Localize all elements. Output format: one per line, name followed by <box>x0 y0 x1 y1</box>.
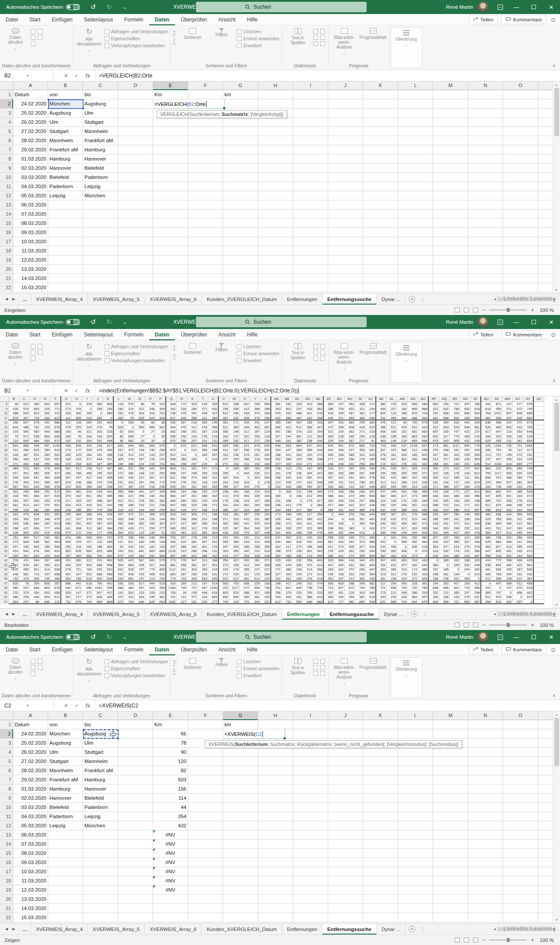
cell[interactable]: 512 <box>72 466 82 471</box>
cell[interactable] <box>118 821 153 830</box>
cell[interactable]: 508 <box>124 522 135 526</box>
cell[interactable]: 0 <box>408 549 418 554</box>
cell[interactable]: 409 <box>366 512 376 517</box>
cell[interactable]: 388 <box>240 591 250 595</box>
cell[interactable] <box>363 265 398 274</box>
cell[interactable]: 600 <box>376 411 387 416</box>
cell[interactable]: 276 <box>397 462 408 467</box>
cell[interactable]: 0 <box>208 462 219 467</box>
cell[interactable]: 0 <box>219 466 229 471</box>
cell[interactable]: 663 <box>124 563 135 568</box>
cell[interactable]: 362 <box>418 536 429 540</box>
cell[interactable] <box>363 256 398 265</box>
cell[interactable] <box>188 228 223 237</box>
from-web-icon[interactable] <box>31 350 35 355</box>
cell[interactable]: 374 <box>450 522 460 526</box>
cell[interactable]: 338 <box>271 476 282 480</box>
cell[interactable]: 451 <box>19 471 30 476</box>
cell[interactable]: 298 <box>219 490 229 494</box>
cell[interactable]: 551 <box>166 517 177 522</box>
cell[interactable]: 421 <box>282 425 292 430</box>
cell[interactable]: 305 <box>324 453 334 458</box>
cell[interactable]: 422 <box>387 563 397 568</box>
cell[interactable]: 382 <box>219 476 229 480</box>
cell[interactable]: 12.03.2020 <box>13 256 48 265</box>
cell[interactable]: 399 <box>40 549 51 554</box>
cell[interactable]: 271 <box>208 466 219 471</box>
column-header[interactable]: S <box>187 396 198 402</box>
cell[interactable]: 670 <box>177 444 187 448</box>
cell[interactable]: 244 <box>450 462 460 467</box>
cell[interactable] <box>293 840 328 849</box>
cell[interactable] <box>534 453 544 458</box>
cell[interactable]: 207 <box>82 540 93 545</box>
cell[interactable]: 401 <box>187 494 198 499</box>
cell[interactable]: 289 <box>177 581 187 586</box>
cell[interactable]: 464 <box>376 407 387 412</box>
save-icon[interactable] <box>69 0 84 14</box>
cell[interactable]: 753 <box>229 581 240 586</box>
cell[interactable]: 920 <box>166 581 177 586</box>
cell[interactable]: 560 <box>30 430 40 434</box>
cell[interactable]: 381 <box>355 595 366 600</box>
sheet-tab-xverweis-array-6[interactable]: XVERWEIS_Array_6 <box>145 609 202 620</box>
cell[interactable]: 608 <box>429 600 439 605</box>
cell[interactable]: 461 <box>282 577 292 581</box>
row-header[interactable]: 15 <box>0 219 13 228</box>
cell[interactable]: 421 <box>19 526 30 531</box>
cell[interactable]: 213 <box>187 581 198 586</box>
cell[interactable]: 277 <box>513 402 523 407</box>
cell[interactable]: 256 <box>271 591 282 595</box>
cell[interactable] <box>534 572 544 577</box>
cell[interactable]: 370 <box>40 503 51 508</box>
cell[interactable] <box>188 913 223 922</box>
cell[interactable]: 420 <box>387 517 397 522</box>
cell[interactable]: 103 <box>9 430 19 434</box>
cell[interactable] <box>188 895 223 904</box>
cell[interactable]: 312 <box>9 448 19 453</box>
cell[interactable]: 599 <box>51 466 61 471</box>
column-header[interactable]: AC <box>292 396 303 402</box>
cell[interactable] <box>433 164 468 173</box>
cell[interactable] <box>503 182 538 191</box>
cell[interactable]: 468 <box>93 499 103 504</box>
cell[interactable]: 224 <box>250 549 261 554</box>
cell[interactable]: 29.02.2020 <box>13 775 48 784</box>
cell[interactable]: 327 <box>397 526 408 531</box>
cell[interactable]: 229 <box>135 485 145 490</box>
cell[interactable] <box>48 895 83 904</box>
forecast-sheet-button[interactable]: Prognoseblatt <box>360 342 387 355</box>
worksheet[interactable]: BCDEFGHIJKLMNOPQRSTUVWXYZAAABACADAEAFAGA… <box>0 396 560 608</box>
cell[interactable]: 278 <box>61 567 72 572</box>
cell[interactable]: 323 <box>250 522 261 526</box>
cell[interactable]: 365 <box>450 540 460 545</box>
cell[interactable]: 494 <box>345 531 355 536</box>
cell[interactable]: 165 <box>502 485 513 490</box>
cell[interactable]: 444 <box>418 563 429 568</box>
cell[interactable]: 431 <box>460 439 471 444</box>
cell[interactable]: 402 <box>219 522 229 526</box>
cell[interactable] <box>433 108 468 118</box>
cell[interactable]: 593 <box>40 591 51 595</box>
cell[interactable] <box>293 849 328 858</box>
cell[interactable]: 523 <box>366 425 376 430</box>
cell[interactable]: 96 <box>135 402 145 407</box>
avatar[interactable] <box>478 317 488 327</box>
cell[interactable] <box>118 748 153 757</box>
cell[interactable] <box>83 895 118 904</box>
cell[interactable]: 389 <box>481 499 492 504</box>
row-header[interactable]: 36 <box>0 531 9 536</box>
tab-scroll-left-icon[interactable]: ◀ <box>5 612 8 616</box>
cell[interactable]: 389 <box>229 425 240 430</box>
cell[interactable]: 235 <box>292 549 303 554</box>
column-header[interactable]: AY <box>523 396 534 402</box>
cell[interactable]: 231 <box>271 499 282 504</box>
cell[interactable] <box>293 191 328 200</box>
cell[interactable]: 472 <box>124 512 135 517</box>
cell[interactable]: 536 <box>30 462 40 467</box>
cell[interactable] <box>223 784 258 794</box>
cell[interactable]: 955 <box>492 407 502 412</box>
page-layout-view-icon[interactable] <box>464 938 469 942</box>
cell[interactable]: 462 <box>366 517 376 522</box>
cell[interactable]: 472 <box>523 494 534 499</box>
